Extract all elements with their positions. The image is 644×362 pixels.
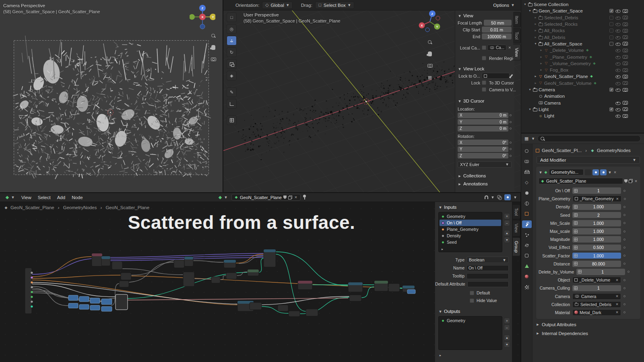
tab-group[interactable]: Group bbox=[513, 237, 520, 256]
local-camera-checkbox[interactable] bbox=[482, 45, 486, 50]
tool-rotate[interactable]: ↻ bbox=[227, 47, 237, 57]
cursor-location-z[interactable]: Z0 m bbox=[458, 126, 508, 132]
tool-scale[interactable] bbox=[227, 59, 237, 69]
chevron-down-icon[interactable]: ▾ bbox=[531, 136, 535, 141]
eye-icon[interactable] bbox=[615, 22, 621, 26]
tab-render[interactable] bbox=[522, 158, 532, 165]
tab-texture[interactable] bbox=[522, 283, 532, 291]
render-visibility-icon[interactable] bbox=[623, 75, 628, 78]
outputs-section-header[interactable]: ▾Outputs bbox=[435, 308, 512, 315]
focal-length-field[interactable]: 50 mm bbox=[484, 20, 512, 26]
render-visibility-icon[interactable] bbox=[623, 101, 628, 105]
value-field[interactable]: 0.500 bbox=[572, 245, 621, 251]
disclosure-icon[interactable]: ▾ bbox=[523, 3, 527, 6]
outliner-row[interactable]: ▾All_Scatter_Space bbox=[521, 41, 644, 47]
eyedropper-icon[interactable] bbox=[510, 74, 513, 78]
value-field[interactable]: 1 bbox=[576, 269, 625, 275]
disclosure-icon[interactable]: ▸ bbox=[533, 82, 538, 85]
exclude-checkbox[interactable] bbox=[609, 9, 613, 13]
disclosure-icon[interactable]: ▸ bbox=[533, 23, 538, 26]
clear-icon[interactable]: × bbox=[615, 310, 619, 315]
outliner-row[interactable]: ▸Selected_Rocks bbox=[521, 21, 644, 27]
disclosure-icon[interactable]: ▸ bbox=[533, 36, 538, 39]
outliner-row[interactable]: ▸Selected_Debris bbox=[521, 14, 644, 21]
clear-icon[interactable]: × bbox=[615, 278, 619, 282]
hide-value-checkbox[interactable] bbox=[470, 298, 474, 303]
search-input[interactable] bbox=[537, 135, 641, 142]
outliner[interactable]: ▾Scene Collection ▾Geon_Scatter_Space ▸S… bbox=[521, 0, 644, 133]
outliner-row[interactable]: ▾Light bbox=[521, 106, 644, 113]
modifier-name-field[interactable]: GeometryNo... bbox=[549, 169, 584, 175]
eye-icon[interactable] bbox=[615, 29, 621, 33]
breadcrumb-item[interactable]: GeometryNodes bbox=[63, 205, 97, 210]
camera-view-icon[interactable] bbox=[426, 62, 433, 69]
socket-type-dropdown[interactable]: Boolean▾ bbox=[466, 257, 509, 263]
exclude-checkbox[interactable] bbox=[609, 16, 613, 20]
preview-toggle[interactable] bbox=[504, 194, 511, 200]
pan-hand-icon[interactable] bbox=[426, 50, 433, 58]
tool-move[interactable]: ↔↕ bbox=[227, 36, 237, 45]
exclude-checkbox[interactable] bbox=[609, 88, 613, 92]
outliner-row[interactable]: ▸▽Fog_Box bbox=[521, 67, 644, 73]
copy-icon[interactable] bbox=[629, 179, 633, 183]
tool-select-box[interactable]: □ bbox=[227, 12, 237, 22]
disclosure-icon[interactable]: ▾ bbox=[533, 42, 538, 45]
unlink-icon[interactable]: × bbox=[634, 179, 638, 183]
clear-icon[interactable]: × bbox=[615, 294, 619, 298]
properties-editor[interactable]: ▦ ▾ ◇ GeoN_Scatter_Pl... › ◆ bbox=[521, 134, 644, 362]
outliner-row[interactable]: ▸▽_Plane_Geometry◆ bbox=[521, 53, 644, 60]
clear-icon[interactable]: × bbox=[615, 197, 619, 201]
tool-add-cube[interactable] bbox=[227, 115, 237, 125]
menu-select[interactable]: Select bbox=[35, 194, 54, 201]
collection-field[interactable]: Selected_Debris× bbox=[572, 301, 621, 308]
default-attribute-field[interactable] bbox=[467, 281, 509, 287]
editor-type-icon[interactable]: ▦ bbox=[524, 136, 528, 141]
outliner-row[interactable]: ▸▽GeoN_Scatter_Volume◆ bbox=[521, 80, 644, 86]
camera-field[interactable]: Camera× bbox=[572, 293, 621, 300]
move-down-button[interactable]: ▼ bbox=[504, 341, 510, 348]
menu-node[interactable]: Node bbox=[69, 194, 86, 201]
cursor-rotation-y[interactable]: Y0° bbox=[458, 146, 508, 152]
cursor-rotation-z[interactable]: Z0° bbox=[458, 153, 508, 158]
value-field[interactable]: 80.000 bbox=[572, 261, 621, 267]
fake-user-icon[interactable] bbox=[624, 179, 627, 183]
extras-dropdown-icon[interactable]: ▾ bbox=[608, 170, 612, 175]
zoom-icon[interactable] bbox=[210, 32, 217, 39]
disclosure-icon[interactable]: ▸ bbox=[533, 29, 538, 32]
geometry-node-editor[interactable]: ◆▾ View Select Add Node ◆▾ ◆GeoN_Scatter… bbox=[0, 193, 521, 362]
lock-object-field[interactable] bbox=[482, 73, 510, 79]
snap-magnet-icon[interactable] bbox=[485, 195, 488, 199]
browse-tree-button[interactable]: ◆▾ bbox=[217, 194, 229, 200]
clip-end-field[interactable]: 100000 m bbox=[482, 33, 512, 39]
section-expand-icon[interactable]: ▸ bbox=[438, 354, 442, 357]
tab-material[interactable] bbox=[522, 273, 532, 280]
eye-icon[interactable] bbox=[615, 81, 621, 85]
collections-section-header[interactable]: ▸Collections bbox=[458, 172, 514, 179]
move-up-button[interactable]: ▲ bbox=[504, 230, 510, 236]
value-field-active[interactable]: 1.000 bbox=[572, 253, 621, 259]
render-visibility-icon[interactable] bbox=[623, 62, 628, 65]
editor-type-dropdown[interactable]: ◆▾ bbox=[2, 194, 18, 201]
eye-icon[interactable] bbox=[615, 9, 621, 13]
render-visibility-icon[interactable] bbox=[623, 42, 628, 45]
eye-icon[interactable] bbox=[615, 35, 621, 39]
overlays-icon[interactable] bbox=[497, 195, 502, 200]
camera-view-icon[interactable] bbox=[210, 56, 217, 63]
socket-name-field[interactable]: On \ Off bbox=[466, 265, 509, 271]
exclude-checkbox[interactable] bbox=[609, 35, 613, 39]
cursor-location-y[interactable]: Y0 m bbox=[458, 119, 508, 125]
tool-measure[interactable] bbox=[227, 99, 237, 109]
delete-modifier-icon[interactable]: × bbox=[613, 170, 617, 175]
cursor-section-header[interactable]: ▾3D Cursor bbox=[458, 97, 514, 105]
object-field[interactable]: _Delete_Volume× bbox=[572, 277, 621, 283]
zoom-icon[interactable] bbox=[426, 39, 433, 46]
exclude-checkbox[interactable] bbox=[609, 42, 613, 46]
camera-viewport[interactable]: Camera Perspective (58) Geon_Scatter_Spa… bbox=[0, 0, 223, 193]
tooltip-field[interactable] bbox=[466, 273, 509, 279]
drag-dropdown[interactable]: □Select Box▾ bbox=[315, 2, 354, 9]
disclosure-icon[interactable]: ▸ bbox=[533, 75, 538, 78]
eye-icon[interactable] bbox=[615, 114, 621, 118]
render-visibility-icon[interactable] bbox=[623, 55, 628, 59]
render-region-checkbox[interactable] bbox=[482, 56, 486, 60]
outliner-row[interactable]: ▸▽GeoN_Scatter_Plane◆ bbox=[521, 73, 644, 80]
